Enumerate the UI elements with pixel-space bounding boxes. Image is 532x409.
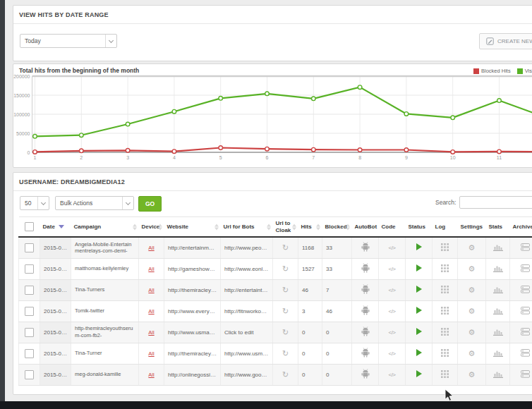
refresh-icon[interactable]: ↻ [282, 286, 289, 294]
code-icon[interactable]: </> [388, 266, 395, 272]
gear-icon[interactable]: ⚙ [468, 243, 476, 252]
legend-item[interactable]: Blocked Hits [473, 68, 511, 74]
autobot-cell[interactable] [352, 364, 379, 385]
log-cell[interactable] [433, 279, 458, 300]
log-cell[interactable] [433, 237, 458, 258]
archive-cell[interactable] [510, 279, 532, 300]
play-icon[interactable] [416, 243, 422, 250]
autobot-cell[interactable] [352, 300, 379, 322]
column-header-blocked[interactable]: Blocked [322, 217, 352, 238]
device-all-link[interactable]: All [148, 308, 154, 315]
row-checkbox[interactable] [25, 307, 34, 316]
column-header-hits[interactable]: Hits [298, 217, 322, 238]
archive-cell[interactable] [510, 364, 532, 385]
column-header-device[interactable]: Device [139, 217, 164, 238]
code-icon[interactable]: </> [388, 287, 395, 293]
refresh-icon[interactable]: ↻ [282, 264, 289, 273]
stats-cell[interactable] [486, 364, 510, 385]
row-checkbox[interactable] [25, 286, 34, 295]
campaign-cell: matthomas-kellylemley [71, 258, 139, 279]
chevron-down-icon [105, 35, 116, 47]
page-size-select[interactable]: 50 [20, 196, 49, 210]
play-icon[interactable] [416, 328, 422, 335]
refresh-icon[interactable]: ↻ [282, 328, 289, 336]
refresh-icon[interactable]: ↻ [282, 307, 289, 315]
refresh-icon[interactable]: ↻ [282, 243, 289, 252]
select-all-checkbox[interactable] [25, 222, 34, 231]
code-icon[interactable]: </> [388, 372, 395, 378]
gear-icon[interactable]: ⚙ [468, 286, 476, 294]
code-icon[interactable]: </> [388, 329, 395, 336]
create-new-campaign-button[interactable]: CREATE NEW CAMPAIGN [479, 33, 532, 49]
gear-icon[interactable]: ⚙ [468, 264, 476, 273]
autobot-cell[interactable] [352, 258, 379, 279]
date-range-select[interactable]: Today [20, 34, 117, 48]
device-all-link[interactable]: All [148, 372, 154, 378]
device-all-link[interactable]: All [148, 266, 154, 272]
row-checkbox[interactable] [25, 349, 34, 358]
stats-cell[interactable] [486, 258, 510, 279]
archive-cell[interactable] [510, 237, 532, 258]
play-icon[interactable] [416, 349, 422, 356]
column-header-campaign[interactable]: Campaign [71, 217, 139, 238]
row-checkbox[interactable] [25, 243, 34, 252]
code-icon[interactable]: </> [388, 308, 395, 315]
log-cell[interactable] [433, 364, 458, 385]
play-icon[interactable] [416, 264, 422, 271]
device-all-link[interactable]: All [148, 329, 154, 336]
play-icon[interactable] [416, 370, 422, 377]
header-select-all[interactable] [19, 217, 40, 238]
archive-cell[interactable] [510, 322, 532, 343]
android-icon [361, 326, 370, 336]
legend-item[interactable]: Visitor Hits [517, 68, 532, 74]
device-cell: All [139, 364, 164, 385]
svg-text:8: 8 [358, 155, 361, 160]
android-icon [361, 369, 370, 379]
row-checkbox[interactable] [25, 264, 34, 274]
code-icon[interactable]: </> [388, 245, 395, 251]
autobot-cell[interactable] [352, 279, 379, 300]
column-header-date[interactable]: Date [40, 217, 71, 238]
stats-cell[interactable] [486, 343, 510, 364]
device-all-link[interactable]: All [148, 350, 154, 357]
refresh-icon[interactable]: ↻ [282, 349, 289, 358]
log-cell[interactable] [433, 300, 458, 322]
gear-icon[interactable]: ⚙ [468, 370, 476, 379]
gear-icon[interactable]: ⚙ [468, 307, 476, 315]
stats-cell[interactable] [486, 237, 510, 258]
date-cell: 2015-01-11 [40, 300, 71, 322]
column-header-url_to_cloak[interactable]: Url to Cloak [273, 217, 298, 238]
refresh-icon[interactable]: ↻ [282, 370, 289, 379]
column-label: AutoBot [355, 224, 377, 230]
column-header-autobot: AutoBot [352, 217, 379, 238]
search-input[interactable] [459, 196, 532, 209]
play-icon[interactable] [416, 286, 422, 293]
archive-cell[interactable] [510, 300, 532, 322]
url_to_cloak-cell: ↻ [273, 279, 298, 300]
gear-icon[interactable]: ⚙ [468, 349, 476, 358]
device-all-link[interactable]: All [148, 245, 154, 251]
stats-cell[interactable] [486, 322, 510, 343]
column-header-stats: Stats [486, 217, 510, 238]
archive-cell[interactable] [510, 258, 532, 279]
archive-cell[interactable] [510, 343, 532, 364]
log-cell[interactable] [433, 322, 458, 343]
autobot-cell[interactable] [352, 343, 379, 364]
bulk-actions-select[interactable]: Bulk Actions [55, 196, 134, 210]
device-cell: All [139, 300, 164, 322]
row-checkbox[interactable] [25, 370, 34, 379]
gear-icon[interactable]: ⚙ [468, 328, 476, 336]
go-button[interactable]: GO [138, 196, 162, 212]
row-checkbox[interactable] [25, 328, 34, 337]
column-header-url_for_bots[interactable]: Url for Bots [221, 217, 273, 238]
log-cell[interactable] [433, 343, 458, 364]
stats-cell[interactable] [486, 279, 510, 300]
device-all-link[interactable]: All [148, 287, 154, 293]
log-cell[interactable] [433, 258, 458, 279]
stats-cell[interactable] [486, 300, 510, 322]
autobot-cell[interactable] [352, 322, 379, 343]
autobot-cell[interactable] [352, 237, 379, 258]
play-icon[interactable] [416, 307, 422, 314]
code-icon[interactable]: </> [388, 350, 395, 357]
column-header-website[interactable]: Website [164, 217, 221, 238]
